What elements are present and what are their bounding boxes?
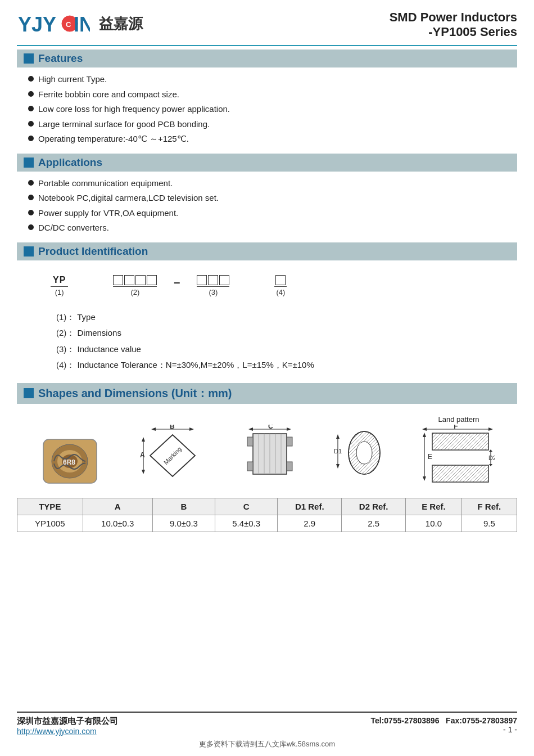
logo-area: YJY C IN 益嘉源 <box>17 10 143 37</box>
diagram-b-svg: B A Marking <box>139 425 206 487</box>
pid-box <box>147 275 157 285</box>
applications-header: Applications <box>17 154 517 172</box>
application-item: Notebook PC,digital carmera,LCD televisi… <box>28 192 517 205</box>
shapes-title: Shapes and Dimensions (Unit：mm) <box>38 386 232 401</box>
col-f: F Ref. <box>461 498 517 515</box>
feature-item: Ferrite bobbin core and compact size. <box>28 88 517 101</box>
svg-text:C: C <box>66 20 71 29</box>
cell-f: 9.5 <box>461 515 517 532</box>
pid-boxes-3 <box>197 275 229 285</box>
features-header: Features <box>17 50 517 68</box>
svg-marker-20 <box>248 428 253 431</box>
pid-group-2: (2) <box>113 274 157 296</box>
bullet-dot <box>28 210 34 215</box>
bullet-dot <box>28 76 34 82</box>
svg-rect-31 <box>247 462 253 471</box>
svg-marker-53 <box>489 449 492 452</box>
pid-dash: – <box>174 276 180 291</box>
pid-group3-label: (3) <box>209 288 218 296</box>
application-item: DC/DC converters. <box>28 222 517 235</box>
footer-right: Tel:0755-27803896 Fax:0755-27803897 - 1 … <box>370 716 517 734</box>
pid-desc-4: (4)： Inductance Tolerance：N=±30%,M=±20%，… <box>56 359 500 372</box>
shapes-header: Shapes and Dimensions (Unit：mm) <box>17 383 517 404</box>
footer-left: 深圳市益嘉源电子有限公司 http://www.yjycoin.com <box>17 716 118 736</box>
diagram-d: D1 <box>333 425 384 487</box>
applications-title: Applications <box>38 156 102 169</box>
svg-marker-42 <box>422 428 427 431</box>
pid-desc-3: (3)： Inductance value <box>56 343 500 356</box>
col-type: TYPE <box>17 498 83 515</box>
pid-box <box>124 275 134 285</box>
diagram-land-pattern: Land pattern F E <box>422 415 495 487</box>
cell-d1: 2.9 <box>278 515 342 532</box>
col-b: B <box>152 498 215 515</box>
title-area: SMD Power Inductors -YP1005 Series <box>390 10 517 39</box>
cell-b: 9.0±0.3 <box>152 515 215 532</box>
applications-list: Portable communication equipment. Notebo… <box>17 175 517 239</box>
pid-box <box>135 275 146 285</box>
logo-icon: YJY C IN <box>17 10 90 37</box>
website-link[interactable]: http://www.yjycoin.com <box>17 727 118 736</box>
logo-chinese: 益嘉源 <box>99 14 143 34</box>
cell-a: 10.0±0.3 <box>83 515 152 532</box>
svg-marker-21 <box>287 428 291 431</box>
svg-marker-34 <box>336 434 340 439</box>
bullet-dot <box>28 136 34 141</box>
svg-text:F: F <box>454 425 458 430</box>
svg-text:C: C <box>268 425 273 430</box>
pid-boxes-4 <box>275 275 286 285</box>
diagram-b: B A Marking <box>139 425 206 487</box>
svg-rect-30 <box>287 437 292 446</box>
pid-descriptions: (1)： Type (2)： Dimensions (3)： Inductanc… <box>17 308 517 379</box>
feature-item: High current Type. <box>28 73 517 86</box>
pid-group4-label: (4) <box>277 288 286 296</box>
fax: Fax:0755-27803897 <box>446 716 517 725</box>
product-id-title: Product Identification <box>38 245 148 258</box>
title-main: SMD Power Inductors <box>390 10 517 25</box>
applications-icon <box>24 158 34 168</box>
shapes-diagrams: 6R8 B A Marking <box>17 410 517 487</box>
svg-text:IN: IN <box>74 13 90 36</box>
svg-text:D1: D1 <box>334 448 342 454</box>
features-list: High current Type. Ferrite bobbin core a… <box>17 71 517 150</box>
pid-group1-label: (1) <box>55 288 64 296</box>
pid-box <box>113 275 123 285</box>
cell-type: YP1005 <box>17 515 83 532</box>
land-pattern-svg: F E D2 <box>422 425 495 487</box>
svg-text:YJY: YJY <box>18 13 56 36</box>
svg-marker-47 <box>423 476 426 481</box>
svg-marker-43 <box>488 428 493 431</box>
svg-marker-10 <box>151 428 156 431</box>
inductor-photo: 6R8 <box>39 436 101 487</box>
contact-info: Tel:0755-27803896 Fax:0755-27803897 <box>370 716 517 725</box>
product-id-header: Product Identification <box>17 242 517 260</box>
col-d2: D2 Ref. <box>342 498 406 515</box>
shapes-icon <box>24 388 34 398</box>
bullet-dot <box>28 195 34 200</box>
col-e: E Ref. <box>406 498 462 515</box>
svg-marker-35 <box>336 464 340 469</box>
cell-e: 10.0 <box>406 515 462 532</box>
feature-item: Operating temperature:-40℃ ～+125℃. <box>28 133 517 146</box>
pid-prefix: YP <box>53 275 66 285</box>
cell-d2: 2.5 <box>342 515 406 532</box>
feature-item: Low core loss for high frequency power a… <box>28 103 517 116</box>
product-id-diagram: YP (1) (2) – <box>17 264 517 302</box>
svg-text:E: E <box>428 453 432 461</box>
table-row: YP1005 10.0±0.3 9.0±0.3 5.4±0.3 2.9 2.5 … <box>17 515 517 532</box>
svg-marker-46 <box>423 433 426 437</box>
svg-marker-16 <box>142 470 145 474</box>
dimensions-table: TYPE A B C D1 Ref. D2 Ref. E Ref. F Ref.… <box>17 498 517 532</box>
bullet-dot <box>28 180 34 186</box>
svg-marker-54 <box>489 464 492 466</box>
col-a: A <box>83 498 152 515</box>
logo-brand: YJY C IN <box>17 10 90 37</box>
pid-boxes-2 <box>113 275 157 285</box>
page-header: YJY C IN 益嘉源 SMD Power Inductors -YP1005… <box>17 10 517 46</box>
svg-text:B: B <box>170 425 175 430</box>
bullet-dot <box>28 91 34 97</box>
col-d1: D1 Ref. <box>278 498 342 515</box>
application-item: Portable communication equipment. <box>28 177 517 190</box>
bullet-dot <box>28 106 34 111</box>
pid-desc-2: (2)： Dimensions <box>56 327 500 340</box>
